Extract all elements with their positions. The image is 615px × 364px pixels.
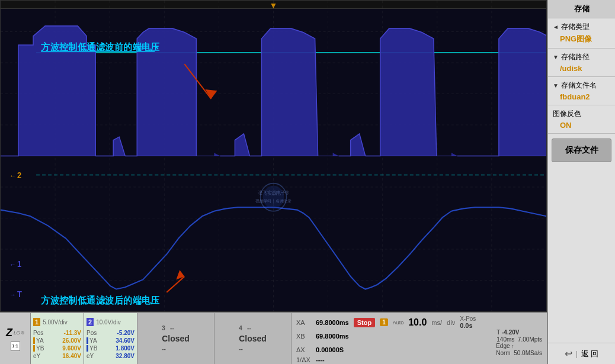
scope-area: ▼ [0,0,547,364]
storage-type-value[interactable]: PNG图像 [553,34,610,44]
ch4-closed-block: 4 -- Closed -- [214,313,292,364]
inv-dx-label: 1/ΔX [296,356,311,363]
ch2-pos-val: -5.20V [117,330,134,336]
storage-filename-value[interactable]: fbduan2 [553,92,610,101]
ch2-yb-val: 1.800V [116,345,134,352]
storage-path-label: 存储路径 [561,52,590,62]
ch2-ya-val: 34.60V [116,337,134,344]
sample-val: 50.0MSa/s [514,350,542,356]
image-invert-section: 图像反色 ON [548,105,615,134]
svg-text:1: 1 [17,260,22,269]
dx-val: 0.00000S [316,346,344,353]
div-unit: div [447,319,455,326]
ch2-ya-label: YA [89,337,97,344]
back-icon: ↩ [565,348,572,359]
ch1-ey-val: 16.40V [62,353,81,359]
ch-indicator: 1 [380,318,388,326]
svg-text:2: 2 [17,171,21,181]
edge-label: Edge [496,343,510,349]
ch1-yb-val: 9.600V [62,345,81,352]
ch4-label: 4 -- [239,325,267,331]
save-button[interactable]: 保存文件 [552,138,611,162]
ch2-ey-label: eY [87,353,94,359]
auto-label: Auto [393,320,404,326]
svg-text:视频学习｜名师永录: 视频学习｜名师永录 [255,198,292,203]
ch2-pos-label: Pos [87,330,97,336]
svg-text:方波控制低通滤波后的端电压: 方波控制低通滤波后的端电压 [40,295,161,306]
panel-title: 存储 [548,0,615,18]
back-label: 返 回 [581,349,599,359]
back-section[interactable]: ↩ | 返 回 [548,343,615,364]
inv-dx-val: ---- [316,356,325,363]
main-container: ▼ [0,0,615,364]
xa-val: 69.8000ms [316,319,349,326]
svg-marker-23 [339,28,457,156]
svg-text:←: ← [9,261,16,268]
t-val: -4.20V [502,329,519,336]
svg-marker-22 [220,28,338,156]
logo-area: Z LG ® 1:1 [0,313,31,364]
time-div: 10.0 [408,317,427,328]
storage-filename-arrow: ▼ [553,82,559,89]
ch1-div: 5.00V/div [43,319,68,326]
image-invert-value[interactable]: ON [553,121,610,130]
svg-text:→: → [9,291,16,298]
storage-type-section: ◄ 存储类型 PNG图像 [548,18,615,49]
storage-path-arrow: ▼ [553,54,559,60]
ch3-closed-block: 3 -- Closed -- [137,313,214,364]
ch1-pos-label: Pos [33,330,43,336]
right-panel: 存储 ◄ 存储类型 PNG图像 ▼ 存储路径 /udisk ▼ 存储文件名 fb… [547,0,615,364]
ch2-div: 10.0V/div [96,319,121,326]
storage-path-section: ▼ 存储路径 /udisk [548,49,615,77]
time-block: XA 69.8000ms Stop 1 Auto 10.0 ms/ div X-… [292,313,547,364]
ch1-ya-val: 26.00V [62,337,81,344]
norm-val: 7.00Mpts [518,336,542,343]
storage-path-value[interactable]: /udisk [553,64,610,73]
svg-marker-24 [457,28,546,156]
svg-line-37 [166,276,184,292]
ch3-sub: -- [162,346,190,352]
xb-val: 69.8000ms [316,333,349,340]
ch2-yb-label: YB [89,345,97,352]
storage-type-label: 存储类型 [561,22,590,32]
norm-label: Norm [496,350,510,356]
ch4-sub: -- [239,346,267,352]
stop-button[interactable]: Stop [354,318,375,327]
ch1-yb-label: YB [36,345,44,352]
time-unit: ms/ [431,319,442,326]
svg-text:方波控制低通滤波前的端电压: 方波控制低通滤波前的端电压 [40,41,161,52]
ch2-ey-val: 32.80V [116,353,134,359]
svg-text:T: T [17,290,23,299]
ch2-block: 2 10.0V/div Pos -5.20V YA 34.60V YB 1.80… [84,313,137,364]
svg-text:←: ← [9,172,16,179]
ch1-block: 1 5.00V/div Pos -11.3V YA 26.00V YB 9.60… [31,313,84,364]
storage-filename-section: ▼ 存储文件名 fbduan2 [548,77,615,105]
divider: | [576,350,578,358]
ch1-number: 1 [33,318,40,326]
xb-label: XB [296,333,311,340]
status-bar: Z LG ® 1:1 1 5.00V/div Pos -11.3V [0,312,547,364]
edge-val: 140ms [497,336,514,343]
ch3-label: 3 -- [162,325,190,331]
waveform-svg: 2 ← 1 ← T → 方波控制低通滤波前的端电压 方波控制低通滤波后的端电压 [1,1,546,311]
xpos-label: X-Pos [460,315,476,322]
xa-label: XA [296,319,311,326]
ch4-closed: Closed [239,334,267,343]
ch1-ey-label: eY [33,353,40,359]
storage-filename-label: 存储文件名 [561,80,597,91]
storage-type-arrow: ◄ [553,24,559,30]
ch1-ya-label: YA [36,337,44,344]
svg-text:张飞实战电子®: 张飞实战电子® [258,190,289,196]
ch1-pos-val: -11.3V [64,330,81,336]
scope-screen: ▼ [0,0,547,312]
panel-spacer [548,167,615,343]
xpos-val: 0.0s [460,322,476,329]
ch2-number: 2 [87,318,94,326]
t-label: T [497,329,500,336]
dx-label: ΔX [296,346,311,353]
image-invert-label: 图像反色 [553,109,581,119]
ch3-closed: Closed [162,334,190,343]
